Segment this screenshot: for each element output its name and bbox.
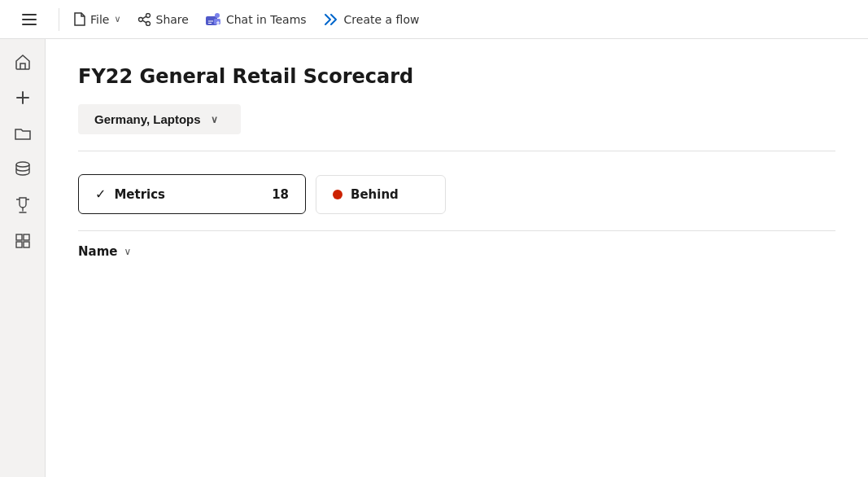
filter-dropdown-button[interactable]: Germany, Laptops ∨: [78, 104, 241, 134]
metrics-section: ✓ Metrics 18 Behind: [78, 168, 835, 231]
sidebar-trophy-icon[interactable]: [7, 189, 39, 221]
flow-label: Create a flow: [344, 13, 420, 26]
name-sort-icon[interactable]: ∨: [124, 246, 131, 257]
share-icon: [137, 13, 151, 26]
svg-rect-2: [22, 24, 37, 25]
metrics-label: Metrics: [114, 187, 264, 202]
hamburger-button[interactable]: [13, 3, 46, 36]
svg-point-4: [215, 13, 220, 18]
sidebar-home-icon[interactable]: [7, 46, 39, 78]
file-label: File: [90, 13, 109, 26]
name-column-header: Name: [78, 244, 117, 259]
svg-rect-1: [22, 19, 37, 20]
file-menu-button[interactable]: File ∨: [66, 7, 129, 31]
chat-label: Chat in Teams: [226, 13, 307, 26]
svg-point-6: [16, 162, 29, 167]
file-icon: [74, 12, 85, 26]
sidebar-add-icon[interactable]: [7, 81, 39, 114]
file-chevron: ∨: [114, 14, 120, 24]
create-flow-button[interactable]: Create a flow: [315, 7, 428, 32]
sidebar-grid-icon[interactable]: [7, 225, 39, 257]
content-area: FY22 General Retail Scorecard Germany, L…: [46, 39, 868, 477]
sidebar-database-icon[interactable]: [7, 153, 39, 186]
svg-rect-7: [16, 234, 22, 240]
content-inner: FY22 General Retail Scorecard Germany, L…: [46, 39, 868, 278]
sidebar-folder-icon[interactable]: [7, 117, 39, 150]
status-dot-icon: [333, 190, 342, 199]
filter-section: Germany, Laptops ∨: [78, 104, 835, 151]
teams-icon: [205, 12, 221, 27]
sidebar: [0, 39, 46, 477]
svg-rect-8: [24, 234, 29, 240]
filter-label: Germany, Laptops: [94, 112, 201, 126]
filter-chevron-icon: ∨: [211, 114, 218, 125]
flow-icon: [323, 12, 339, 27]
toolbar-divider: [59, 8, 59, 31]
status-card[interactable]: Behind: [316, 175, 446, 214]
metrics-count: 18: [272, 187, 289, 202]
share-button[interactable]: Share: [129, 8, 197, 31]
status-label: Behind: [351, 187, 399, 202]
svg-rect-9: [16, 242, 22, 247]
metrics-card[interactable]: ✓ Metrics 18: [78, 174, 306, 214]
svg-rect-0: [22, 14, 37, 15]
toolbar: File ∨ Share Chat in Teams: [0, 0, 868, 39]
share-label: Share: [156, 13, 189, 26]
page-title: FY22 General Retail Scorecard: [78, 65, 835, 88]
name-section: Name ∨: [78, 231, 835, 259]
chat-in-teams-button[interactable]: Chat in Teams: [197, 7, 315, 32]
svg-rect-5: [214, 19, 220, 24]
main-layout: FY22 General Retail Scorecard Germany, L…: [0, 39, 868, 477]
metrics-check-icon: ✓: [95, 186, 106, 202]
svg-rect-10: [24, 242, 29, 247]
